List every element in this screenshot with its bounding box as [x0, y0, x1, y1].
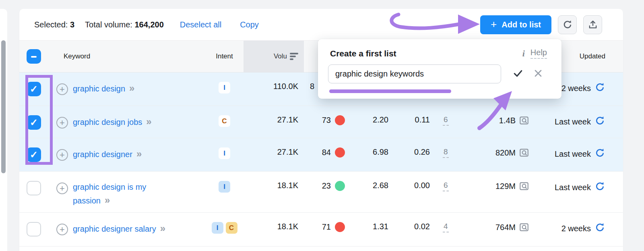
copy-link[interactable]: Copy — [240, 20, 259, 29]
help-link[interactable]: Help — [530, 48, 547, 59]
selected-count: 3 — [70, 20, 74, 29]
update-metrics-icon[interactable] — [594, 147, 605, 160]
kd-value: 71 — [322, 222, 331, 232]
volume-value: 18.1K — [244, 172, 304, 190]
kd-difficulty-dot — [335, 222, 345, 232]
expand-plus-icon[interactable]: + — [56, 183, 68, 194]
select-all-checkbox[interactable] — [27, 49, 41, 64]
expand-plus-icon[interactable]: + — [56, 83, 68, 95]
update-metrics-icon[interactable] — [594, 82, 605, 95]
export-button[interactable] — [583, 15, 602, 34]
vertical-scrollbar[interactable] — [1, 40, 6, 173]
volume-value: 27.1K — [244, 138, 304, 157]
keyword-link[interactable]: graphic design is my passion — [73, 183, 146, 205]
intent-column-header[interactable]: Intent — [205, 52, 244, 60]
keyword-link[interactable]: graphic design jobs — [73, 118, 142, 127]
row-checkbox[interactable] — [27, 181, 41, 195]
updated-value: 2 weeks — [561, 84, 591, 93]
view-serp-icon[interactable] — [519, 222, 529, 232]
update-metrics-icon[interactable] — [594, 115, 605, 128]
update-metrics-icon[interactable] — [594, 181, 605, 194]
expand-plus-icon[interactable]: + — [56, 224, 68, 235]
serp-features-count[interactable]: 6 — [443, 181, 449, 191]
view-serp-icon[interactable] — [519, 147, 529, 158]
row-checkbox[interactable] — [27, 147, 41, 162]
upload-icon — [588, 19, 598, 30]
serp-features-count[interactable]: 6 — [443, 115, 449, 126]
annotation-underline — [329, 89, 451, 93]
row-checkbox[interactable] — [27, 82, 41, 96]
kd-value: 73 — [322, 116, 331, 125]
serp-features-count[interactable]: 8 — [443, 147, 449, 158]
info-icon[interactable]: i — [522, 48, 525, 59]
volume-value: 110.0K — [244, 73, 304, 91]
table-row[interactable]: + graphic designer salary» I C 18.1K 71 … — [19, 213, 623, 247]
serp-features-count[interactable]: 4 — [443, 222, 449, 232]
create-list-popup: Create a first list i Help — [318, 39, 561, 99]
sort-descending-icon — [290, 53, 298, 60]
intent-badge-commercial: C — [226, 222, 237, 234]
plus-icon: + — [491, 19, 497, 29]
cpc-value: 1.31 — [352, 213, 396, 231]
updated-value: Last week — [555, 117, 591, 127]
competition-value: 0.26 — [396, 138, 439, 157]
total-volume-label: Total volume: 164,200 — [85, 20, 164, 29]
kd-value: 23 — [322, 181, 331, 191]
keyword-magic-tool-page: Selected: 3 Total volume: 164,200 Desele… — [0, 0, 644, 251]
chevrons-icon[interactable]: » — [136, 148, 141, 159]
refresh-button[interactable] — [558, 15, 577, 34]
keyword-link[interactable]: graphic designer — [73, 150, 132, 159]
intent-badge-informational: I — [212, 222, 223, 234]
table-row[interactable]: + graphic design jobs» C 27.1K 73 2.20 0… — [19, 106, 623, 138]
popup-title: Create a first list — [330, 49, 396, 58]
expand-plus-icon[interactable]: + — [56, 117, 68, 129]
volume-value: 27.1K — [244, 106, 304, 124]
deselect-all-link[interactable]: Deselect all — [180, 20, 221, 29]
chevrons-icon[interactable]: » — [129, 83, 134, 93]
volume-column-header[interactable]: Volu — [244, 41, 304, 72]
volume-value: 18.1K — [244, 213, 304, 231]
kd-difficulty-dot — [335, 147, 345, 158]
confirm-check-icon[interactable] — [512, 67, 524, 81]
cpc-value: 6.98 — [352, 138, 396, 157]
row-checkbox[interactable] — [27, 115, 41, 130]
refresh-icon — [562, 19, 573, 30]
list-name-input[interactable] — [328, 64, 501, 83]
add-to-list-button[interactable]: + Add to list — [480, 15, 551, 34]
keyword-column-header[interactable]: Keyword — [48, 52, 205, 60]
keyword-link[interactable]: graphic designer salary — [73, 224, 156, 233]
competition-value: 0.11 — [396, 106, 439, 124]
updated-value: Last week — [555, 183, 591, 192]
updated-value: Last week — [555, 149, 591, 159]
kd-value: 84 — [322, 148, 331, 157]
table-row[interactable]: + graphic design is my passion» I 18.1K … — [19, 172, 623, 213]
kd-difficulty-dot — [335, 181, 345, 191]
intent-badge-informational: I — [219, 181, 230, 193]
view-serp-icon[interactable] — [519, 115, 529, 126]
table-row[interactable]: + graphic designer» I 27.1K 84 6.98 0.26… — [19, 138, 623, 172]
competition-value: 0.02 — [396, 213, 439, 231]
kd-difficulty-dot — [335, 115, 345, 125]
row-checkbox[interactable] — [27, 222, 41, 236]
cancel-x-icon[interactable] — [533, 68, 544, 81]
expand-plus-icon[interactable]: + — [56, 149, 68, 161]
cpc-value: 2.68 — [352, 172, 396, 190]
competition-value: 0.00 — [396, 172, 439, 190]
selection-toolbar: Selected: 3 Total volume: 164,200 Desele… — [19, 9, 623, 41]
cpc-value: 2.20 — [352, 106, 396, 124]
intent-badge-informational: I — [219, 82, 230, 93]
chevrons-icon[interactable]: » — [160, 223, 165, 234]
results-value: 764M — [495, 223, 516, 232]
update-metrics-icon[interactable] — [594, 222, 605, 235]
chevrons-icon[interactable]: » — [105, 195, 109, 205]
results-value: 129M — [495, 182, 516, 191]
total-volume-value: 164,200 — [134, 20, 163, 29]
intent-badge-informational: I — [219, 147, 230, 159]
chevrons-icon[interactable]: » — [146, 116, 151, 127]
selected-label: Selected: 3 — [34, 20, 74, 29]
view-serp-icon[interactable] — [519, 181, 529, 191]
results-value: 820M — [495, 148, 516, 158]
updated-value: 2 weeks — [561, 224, 591, 233]
intent-badge-commercial: C — [219, 115, 230, 127]
keyword-link[interactable]: graphic design — [73, 84, 125, 93]
